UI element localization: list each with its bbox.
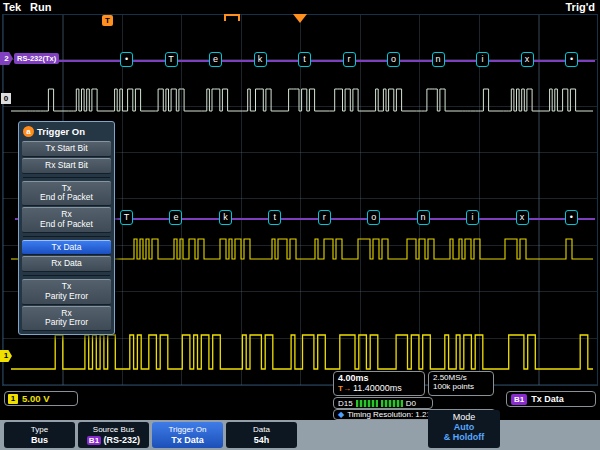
source-b1-chip: B1 xyxy=(87,436,101,445)
menu-item-tx-data[interactable]: Tx Data xyxy=(22,240,111,256)
decoded-char: n xyxy=(417,210,430,225)
menu-item-tx-end-of-packet[interactable]: Tx End of Packet xyxy=(22,181,111,207)
type-button[interactable]: Type Bus xyxy=(4,422,75,448)
record-length-value: 100k points xyxy=(433,382,489,391)
bus-decode-label: RS-232(Tx) xyxy=(14,53,59,64)
decoded-char: r xyxy=(318,210,331,225)
bus1-chip: B1 xyxy=(511,394,527,405)
data-button-label: Data xyxy=(226,425,297,434)
decoded-char-row-mid: T e k t r o n i x • xyxy=(120,210,578,225)
d15-label: D15 xyxy=(338,399,353,408)
bus-badge: B1 Tx Data xyxy=(506,391,596,407)
type-button-value: Bus xyxy=(4,435,75,445)
zoom-bracket-icon xyxy=(224,14,240,21)
decoded-char: o xyxy=(387,52,400,67)
data-button-value: 54h xyxy=(226,435,297,445)
serial-waveform xyxy=(11,89,593,111)
channel1-chip: 1 xyxy=(8,394,18,404)
decoded-char: • xyxy=(565,210,578,225)
timebase-value: 4.00ms xyxy=(338,373,420,383)
decoded-char: o xyxy=(367,210,380,225)
digital-activity-icon xyxy=(356,400,378,407)
source-bus-button[interactable]: Source Bus B1 (RS-232) xyxy=(78,422,149,448)
acquisition-readout: 2.50MS/s 100k points xyxy=(428,371,494,396)
decoded-char: t xyxy=(298,52,311,67)
trigger-position-value: 11.40000ms xyxy=(353,383,402,393)
trigger-menu-header: a Trigger On xyxy=(21,124,112,140)
menu-divider xyxy=(23,177,110,178)
digital-channels-readout: D15 D0 xyxy=(333,397,433,409)
decoded-char: e xyxy=(209,52,222,67)
trigger-status: Trig'd xyxy=(565,1,595,13)
status-bar: Tek Run Trig'd xyxy=(0,0,600,14)
menu-item-tx-start-bit[interactable]: Tx Start Bit xyxy=(22,141,111,157)
timing-resolution-value: Timing Resolution: 1.21ns xyxy=(347,410,439,419)
channel1-readout: 1 5.00 V xyxy=(4,391,78,406)
decoded-char: x xyxy=(521,52,534,67)
digital-activity-icon xyxy=(381,400,403,407)
d0-label: D0 xyxy=(406,399,416,408)
menu-divider xyxy=(23,236,110,237)
trigger-on-button[interactable]: Trigger On Tx Data xyxy=(152,422,223,448)
trigger-on-menu: a Trigger On Tx Start Bit Rx Start Bit T… xyxy=(18,121,115,335)
trigger-delay-icon: T→ xyxy=(338,384,351,393)
data-button[interactable]: Data 54h xyxy=(226,422,297,448)
trigger-position-icon[interactable] xyxy=(293,14,307,23)
serial-waveform xyxy=(11,335,593,369)
menu-item-rx-end-of-packet[interactable]: Rx End of Packet xyxy=(22,207,111,233)
decoded-char: k xyxy=(254,52,267,67)
decoded-char: x xyxy=(516,210,529,225)
decoded-char: e xyxy=(169,210,182,225)
decoded-char: r xyxy=(343,52,356,67)
decoded-char: i xyxy=(476,52,489,67)
trigger-on-value: Tx Data xyxy=(152,435,223,445)
decoded-char-row-top: • T e k t r o n i x • xyxy=(120,52,578,67)
mode-value-line2: & Holdoff xyxy=(428,432,500,442)
horizontal-readout: 4.00ms T→ 11.40000ms xyxy=(333,371,425,396)
decoded-char: k xyxy=(219,210,232,225)
mode-auto-holdoff-button[interactable]: Mode Auto & Holdoff xyxy=(428,410,500,448)
decoded-char: n xyxy=(432,52,445,67)
oscilloscope-screen: Tek Run Trig'd T 2 RS-232(Tx) 0 1 • T e … xyxy=(0,0,600,450)
type-button-label: Type xyxy=(4,425,75,434)
decoded-char: • xyxy=(565,52,578,67)
bus-badge-label: Tx Data xyxy=(531,394,564,404)
source-bus-label: Source Bus xyxy=(78,425,149,434)
multipurpose-knob-a-icon: a xyxy=(23,126,34,137)
trigger-menu-title: Trigger On xyxy=(37,126,85,137)
menu-divider xyxy=(23,275,110,276)
menu-item-rx-data[interactable]: Rx Data xyxy=(22,256,111,272)
source-protocol: (RS-232) xyxy=(104,435,141,445)
decoded-char: i xyxy=(466,210,479,225)
menu-item-rx-start-bit[interactable]: Rx Start Bit xyxy=(22,158,111,174)
menu-item-tx-parity-error[interactable]: Tx Parity Error xyxy=(22,279,111,305)
trigger-on-label: Trigger On xyxy=(152,425,223,434)
sample-rate-value: 2.50MS/s xyxy=(433,373,489,382)
mode-label: Mode xyxy=(428,412,500,422)
mode-value-line1: Auto xyxy=(428,422,500,432)
tek-logo: Tek xyxy=(3,1,21,13)
menu-item-rx-parity-error[interactable]: Rx Parity Error xyxy=(22,306,111,332)
decoded-char: • xyxy=(120,52,133,67)
bottom-menu-bar: Type Bus Source Bus B1 (RS-232) Trigger … xyxy=(0,420,600,450)
source-bus-value: B1 (RS-232) xyxy=(78,435,149,445)
decoded-char: T xyxy=(120,210,133,225)
trigger-source-flag-icon[interactable]: T xyxy=(102,15,113,26)
channel1-scale: 5.00 V xyxy=(22,393,49,404)
digital-channel-marker[interactable]: 0 xyxy=(1,93,11,104)
timing-diamond-icon: ◆ xyxy=(338,410,344,419)
decoded-char: T xyxy=(165,52,178,67)
decoded-char: t xyxy=(268,210,281,225)
acquisition-status: Run xyxy=(30,1,51,13)
